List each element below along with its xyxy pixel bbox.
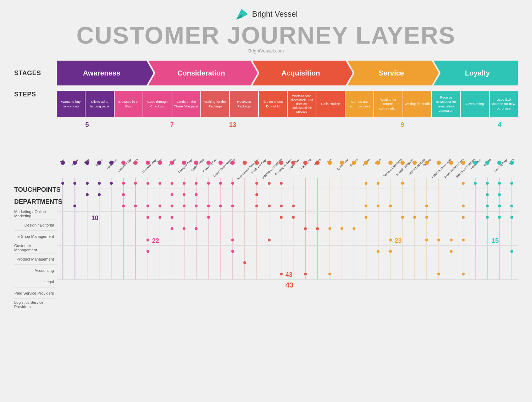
dept-dot-13-2 [219,205,222,207]
dept-dot-13-0 [219,182,222,185]
dept-cell-3-5 [93,234,105,246]
dept-cell-17-4 [263,223,275,234]
dept-dot-33-8 [462,273,465,275]
dept-dot-35-1 [486,193,489,196]
left-labels: TOUCHPOINTS DEPARTMENTS Marketing / Onli… [14,121,57,310]
dept-dot-10-1 [183,193,185,196]
dept-cell-15-1 [239,189,251,200]
header: Bright Vessel CUSTOMER JOURNEY LAYERS Br… [14,7,518,54]
dept-label-product: Product Management [14,253,57,265]
dept-cell-2-5 [81,234,93,246]
tp-col-37: Form [506,121,518,280]
tp-col-32: Return Address Form [445,121,457,280]
dept-cell-12-5 [202,234,214,246]
dept-cell-34-1 [469,189,481,200]
dept-label-paid: Paid Service Providers [14,287,57,299]
dept-cell-19-6 [287,246,299,257]
dept-cell-18-4 [275,223,287,234]
tp-main-dot-25 [364,161,368,165]
dept-cell-18-5 [275,234,287,246]
dept-cell-3-8 [93,268,105,280]
dept-dot-11-4 [195,227,198,230]
dept-cell-5-3 [117,212,129,223]
dept-cell-5-1 [117,189,129,200]
dept-cell-17-2 [263,200,275,212]
dept-dot-2-0 [86,182,89,185]
tp-main-dot-15 [243,161,247,165]
dept-cell-36-6 [493,246,505,257]
dept-cell-30-6 [421,246,433,257]
dept-cell-30-8 [421,268,433,280]
tp-main-dot-27 [388,161,393,165]
step-15: Gives rating [461,91,489,117]
chart-area: Adse-Shop5BlogBanner10NewsletterLanding … [57,121,518,310]
dept-cell-9-4 [166,223,178,234]
dept-cell-15-7 [239,257,251,268]
dept-cell-20-4 [299,223,311,234]
dept-cell-29-5 [409,234,421,246]
dept-cell-20-5 [299,234,311,246]
dept-dot-18-8 [280,273,283,275]
tp-main-dot-13 [218,161,223,165]
dept-dot-3-1 [98,193,101,196]
dept-dot-5-0 [122,182,125,185]
dept-cell-14-7 [227,257,239,268]
dept-dot-2-1 [86,193,89,196]
dept-dot-19-2 [292,205,295,207]
dept-cell-18-2 [275,200,287,212]
dept-dot-8-2 [159,205,161,207]
dept-cell-14-6 [227,246,239,257]
dept-cell-7-4 [142,223,154,234]
dept-cell-1-2 [69,200,81,212]
dept-cell-30-3 [421,212,433,223]
dept-cell-1-5 [69,234,81,246]
dept-cell-9-6 [166,246,178,257]
dept-cell-15-2 [239,200,251,212]
stages-row: STAGES Awareness Consideration Acquisiti… [14,61,518,85]
dept-cell-20-8 [299,268,311,280]
dept-cell-10-8 [178,268,190,280]
dept-cell-28-5 [397,234,409,246]
dept-cell-26-6 [372,246,384,257]
dept-cell-16-0 [251,178,263,189]
dept-cell-11-7 [190,257,202,268]
dept-dot-30-3 [425,216,428,219]
dept-dot-14-0 [231,182,234,185]
dept-cell-30-2 [421,200,433,212]
dept-cell-9-0 [166,178,178,189]
dept-dot-7-3 [146,216,149,219]
dept-cell-11-8 [190,268,202,280]
dept-label-marketing: Marketing / Online Marketing [14,208,57,219]
dept-cell-18-1 [275,189,287,200]
dept-cell-13-3 [215,212,227,223]
dept-cell-4-0 [105,178,117,189]
dept-cell-25-8 [360,268,372,280]
dept-cell-11-0 [190,178,202,189]
step-11: Carries out return process [345,91,373,117]
dept-dot-10-2 [183,205,185,207]
dept-cell-13-8 [215,268,227,280]
dept-dot-4-0 [110,182,113,185]
dept-cell-2-7 [81,257,93,268]
dept-dot-17-5 [268,239,271,241]
dept-cell-11-3 [190,212,202,223]
dept-dot-22-8 [328,273,331,275]
dept-cell-5-2 [117,200,129,212]
dept-cell-31-8 [433,268,445,280]
dept-cell-0-5 [57,234,69,246]
dept-dot-25-3 [365,216,367,219]
dept-cell-26-0 [372,178,384,189]
dept-cell-21-7 [311,257,323,268]
tp-col-21: Inserts [311,121,323,280]
dept-dot-7-6 [146,250,149,253]
dept-cell-6-8 [129,268,142,280]
dept-cell-1-6 [69,246,81,257]
dept-cell-32-3 [445,212,457,223]
dept-cell-0-3 [57,212,69,223]
dept-cell-21-0 [311,178,323,189]
dept-cell-36-0 [493,178,505,189]
dept-cell-19-8 [287,268,299,280]
dept-dot-18-0 [280,182,283,185]
tp-main-dot-12 [206,161,211,165]
dept-cell-19-1 [287,189,299,200]
